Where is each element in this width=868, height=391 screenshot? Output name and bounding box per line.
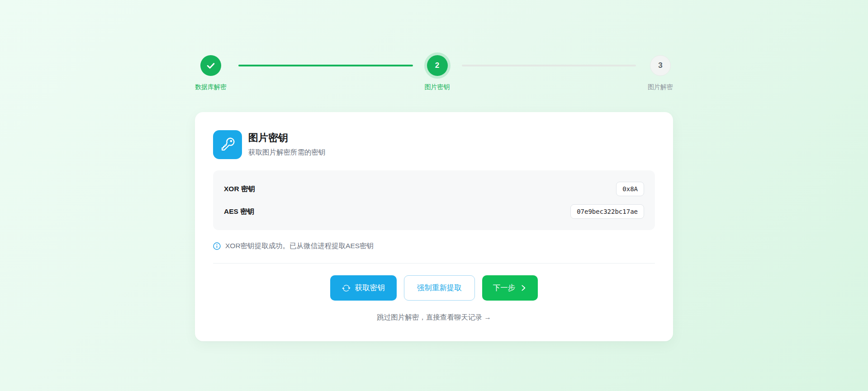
key-values-panel: XOR 密钥 0x8A AES 密钥 07e9bec322bc17ae: [213, 170, 655, 230]
xor-key-value: 0x8A: [616, 182, 644, 196]
stepper: 数据库解密 2 图片密钥 3 图片解密: [195, 55, 673, 91]
step-image-key: 2 图片密钥: [425, 55, 450, 91]
chevron-right-icon: [520, 284, 527, 292]
step-3-label: 图片解密: [648, 83, 673, 91]
aes-key-row: AES 密钥 07e9bec322bc17ae: [224, 203, 644, 221]
force-reextract-button[interactable]: 强制重新提取: [404, 275, 475, 301]
image-key-card: 图片密钥 获取图片解密所需的密钥 XOR 密钥 0x8A AES 密钥 07e9…: [195, 112, 673, 341]
status-row: XOR密钥提取成功。已从微信进程提取AES密钥: [213, 241, 655, 251]
fetch-key-button-label: 获取密钥: [355, 283, 385, 293]
card-header-text: 图片密钥 获取图片解密所需的密钥: [248, 130, 326, 157]
connector-1-2: [238, 65, 413, 66]
refresh-icon: [342, 284, 351, 292]
card-title: 图片密钥: [248, 131, 326, 145]
step-database-decrypt: 数据库解密: [195, 55, 227, 91]
aes-key-label: AES 密钥: [224, 207, 254, 217]
step-3-circle[interactable]: 3: [650, 55, 671, 76]
step-2-label: 图片密钥: [425, 83, 450, 91]
key-icon-tile: [213, 130, 242, 159]
next-step-button-label: 下一步: [493, 283, 516, 293]
actions-row: 获取密钥 强制重新提取 下一步: [213, 275, 655, 301]
step-2-circle[interactable]: 2: [427, 55, 448, 76]
step-1-label: 数据库解密: [195, 83, 227, 91]
check-icon: [206, 61, 216, 71]
fetch-key-button[interactable]: 获取密钥: [330, 275, 397, 301]
connector-2-3: [462, 65, 636, 66]
xor-key-row: XOR 密钥 0x8A: [224, 180, 644, 198]
skip-row: 跳过图片解密，直接查看聊天记录 →: [213, 313, 655, 322]
force-reextract-button-label: 强制重新提取: [417, 283, 462, 293]
divider: [213, 263, 655, 264]
card-subtitle: 获取图片解密所需的密钥: [248, 148, 326, 157]
xor-key-label: XOR 密钥: [224, 184, 255, 194]
info-circle-icon: [213, 242, 221, 250]
aes-key-value: 07e9bec322bc17ae: [570, 204, 644, 219]
step-1-circle[interactable]: [200, 55, 221, 76]
wizard-page: 数据库解密 2 图片密钥 3 图片解密 图片密钥: [195, 0, 673, 341]
status-message: XOR密钥提取成功。已从微信进程提取AES密钥: [225, 241, 374, 251]
card-header: 图片密钥 获取图片解密所需的密钥: [213, 130, 655, 159]
key-icon: [219, 137, 236, 153]
step-image-decrypt: 3 图片解密: [648, 55, 673, 91]
next-step-button[interactable]: 下一步: [482, 275, 538, 301]
skip-image-decrypt-link[interactable]: 跳过图片解密，直接查看聊天记录 →: [377, 313, 491, 321]
